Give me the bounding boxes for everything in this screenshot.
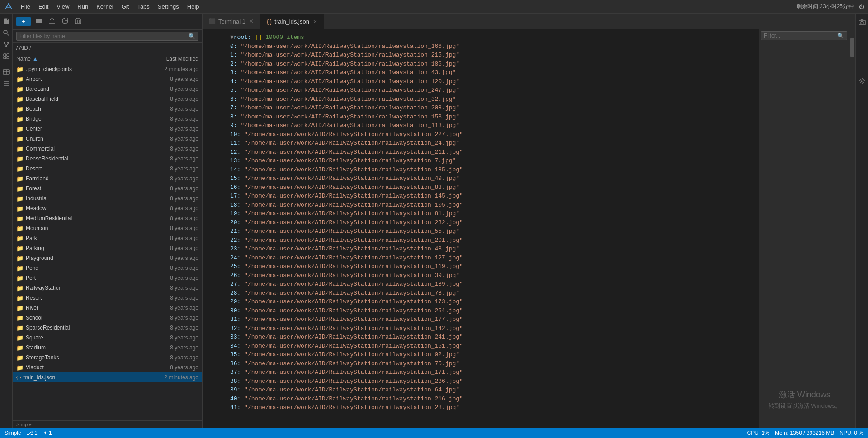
- file-item[interactable]: 📁 RailwayStation 8 years ago: [13, 283, 202, 293]
- file-item[interactable]: 📁 Mountain 8 years ago: [13, 223, 202, 233]
- menu-tabs[interactable]: Tabs: [133, 2, 153, 11]
- json-item-line: 7: "/home/ma-user/work/AID/RailwayStatio…: [203, 104, 759, 113]
- root-count: 10000 items: [265, 33, 304, 42]
- file-name: BareLand: [26, 86, 144, 92]
- status-simple[interactable]: Simple: [5, 430, 21, 436]
- status-branch[interactable]: ⎇ 1: [27, 430, 38, 436]
- file-item[interactable]: 📁 Stadium 8 years ago: [13, 343, 202, 353]
- file-item[interactable]: 📁 Square 8 years ago: [13, 333, 202, 343]
- file-item[interactable]: 📁 Airport 8 years ago: [13, 74, 202, 84]
- file-name: DenseResidential: [26, 155, 144, 162]
- folder-icon: 📁: [16, 106, 24, 113]
- json-item-line: 41: "/home/ma-user/work/AID/RailwayStati…: [203, 403, 759, 412]
- json-item-line: 21: "/home/ma-user/work/AID/RailwayStati…: [203, 227, 759, 236]
- col-name-header[interactable]: Name ▲: [16, 56, 144, 62]
- file-item[interactable]: 📁 DenseResidential 8 years ago: [13, 154, 202, 164]
- file-item[interactable]: 📁 Resort 8 years ago: [13, 293, 202, 303]
- file-item[interactable]: 📁 Park 8 years ago: [13, 233, 202, 243]
- folder-icon[interactable]: [33, 17, 44, 27]
- json-item-line: 1: "/home/ma-user/work/AID/RailwayStatio…: [203, 51, 759, 60]
- files-icon[interactable]: [1, 16, 11, 26]
- json-item-line: 11: "/home/ma-user/work/AID/RailwayStati…: [203, 139, 759, 148]
- file-item[interactable]: 📁 Center 8 years ago: [13, 124, 202, 134]
- root-expand-icon[interactable]: ▼: [230, 33, 234, 42]
- file-item[interactable]: 📁 Parking 8 years ago: [13, 243, 202, 253]
- svg-rect-9: [4, 54, 6, 56]
- file-item[interactable]: 📁 Forest 8 years ago: [13, 184, 202, 193]
- file-item[interactable]: 📁 BareLand 8 years ago: [13, 84, 202, 94]
- line-num: [203, 368, 223, 377]
- upload-icon[interactable]: [47, 16, 57, 27]
- svg-rect-10: [7, 54, 9, 56]
- file-modified: 8 years ago: [144, 126, 198, 132]
- file-item[interactable]: 📁 Viaduct 8 years ago: [13, 363, 202, 372]
- json-filter-input[interactable]: [764, 33, 837, 39]
- tab-terminal1-close[interactable]: ✕: [249, 18, 254, 24]
- refresh-icon[interactable]: [60, 16, 71, 27]
- file-name: River: [26, 305, 144, 311]
- file-modified: 8 years ago: [144, 96, 198, 102]
- status-notebook[interactable]: ✦ 1: [43, 430, 52, 436]
- menu-file[interactable]: File: [17, 2, 34, 11]
- sidebar-status-text: Simple: [16, 422, 32, 427]
- left-icon-bar: [0, 14, 13, 428]
- filter-input[interactable]: [19, 33, 189, 39]
- search-icon[interactable]: [1, 28, 11, 38]
- line-num: [203, 60, 223, 69]
- power-button[interactable]: ⏻: [859, 4, 864, 10]
- menu-help[interactable]: Help: [184, 2, 203, 11]
- file-item[interactable]: { } train_ids.json 2 minutes ago: [13, 372, 202, 382]
- file-item[interactable]: 📁 .ipynb_checkpoints 2 minutes ago: [13, 64, 202, 74]
- file-name: Meadow: [26, 205, 144, 212]
- file-item[interactable]: 📁 BaseballField 8 years ago: [13, 94, 202, 104]
- file-item[interactable]: 📁 Pond 8 years ago: [13, 263, 202, 273]
- file-item[interactable]: 📁 Port 8 years ago: [13, 273, 202, 283]
- sidebar: + 🔍 / AID / Name ▲: [13, 14, 203, 428]
- menu-edit[interactable]: Edit: [35, 2, 52, 11]
- folder-icon: 📁: [16, 86, 24, 93]
- file-item[interactable]: 📁 Desert 8 years ago: [13, 164, 202, 174]
- file-list[interactable]: 📁 .ipynb_checkpoints 2 minutes ago📁 Airp…: [13, 64, 202, 420]
- file-item[interactable]: 📁 Playground 8 years ago: [13, 253, 202, 263]
- file-item[interactable]: 📁 Beach 8 years ago: [13, 104, 202, 114]
- folder-icon: 📁: [16, 275, 24, 282]
- line-num: [203, 262, 223, 271]
- table-icon[interactable]: [1, 67, 11, 77]
- folder-icon: 📁: [16, 334, 24, 341]
- file-item[interactable]: 📁 Bridge 8 years ago: [13, 114, 202, 124]
- menu-run[interactable]: Run: [74, 2, 92, 11]
- json-content[interactable]: ▼ root: [] 10000 items 0: "/home/ma-user…: [203, 29, 759, 428]
- extensions-icon[interactable]: [1, 52, 11, 61]
- right-camera-icon[interactable]: [857, 17, 867, 27]
- file-item[interactable]: 📁 Meadow 8 years ago: [13, 203, 202, 213]
- delete-icon[interactable]: [73, 16, 83, 27]
- file-item[interactable]: 📁 StorageTanks 8 years ago: [13, 353, 202, 363]
- file-item[interactable]: 📁 Industrial 8 years ago: [13, 193, 202, 203]
- file-item[interactable]: 📁 MediumResidential 8 years ago: [13, 213, 202, 223]
- menu-settings[interactable]: Settings: [154, 2, 183, 11]
- svg-point-0: [4, 30, 7, 34]
- json-scroll-thumb[interactable]: [850, 38, 854, 57]
- json-filter-search-icon: 🔍: [837, 33, 844, 39]
- tab-train-ids-close[interactable]: ✕: [313, 19, 317, 25]
- menu-kernel[interactable]: Kernel: [93, 2, 117, 11]
- file-item[interactable]: 📁 SparseResidential 8 years ago: [13, 323, 202, 333]
- json-mini-scrollbar[interactable]: [849, 29, 855, 428]
- file-item[interactable]: 📁 Church 8 years ago: [13, 134, 202, 144]
- tab-train-ids[interactable]: { } train_ids.json ✕: [260, 14, 324, 29]
- file-item[interactable]: 📁 River 8 years ago: [13, 303, 202, 313]
- list-icon[interactable]: [1, 79, 11, 89]
- tab-terminal1[interactable]: ⬛ Terminal 1 ✕: [203, 14, 260, 29]
- file-item[interactable]: 📁 Farmland 8 years ago: [13, 174, 202, 184]
- file-modified: 8 years ago: [144, 155, 198, 162]
- new-button[interactable]: +: [16, 17, 31, 26]
- menu-view[interactable]: View: [53, 2, 73, 11]
- git-icon[interactable]: [1, 40, 11, 50]
- file-modified: 8 years ago: [144, 325, 198, 331]
- right-settings-icon[interactable]: [857, 76, 867, 86]
- line-num: [203, 395, 223, 404]
- file-item[interactable]: 📁 Commercial 8 years ago: [13, 144, 202, 154]
- line-num: [203, 51, 223, 60]
- file-item[interactable]: 📁 School 8 years ago: [13, 313, 202, 323]
- menu-git[interactable]: Git: [118, 2, 133, 11]
